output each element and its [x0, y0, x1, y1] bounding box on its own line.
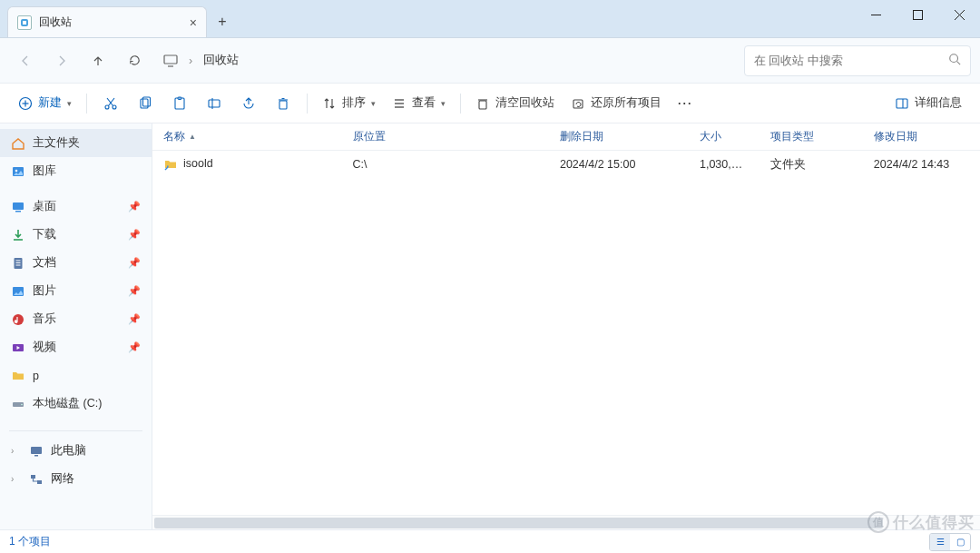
column-header-size[interactable]: 大小: [689, 123, 760, 150]
view-icons-button[interactable]: ▢: [950, 534, 970, 550]
restore-all-label: 还原所有项目: [591, 95, 662, 111]
tab-active[interactable]: 回收站 ×: [7, 6, 207, 37]
sidebar-item-label: 主文件夹: [33, 135, 80, 151]
search-icon: [948, 53, 961, 68]
restore-all-button[interactable]: 还原所有项目: [564, 89, 669, 118]
new-tab-button[interactable]: +: [207, 6, 238, 37]
plus-circle-icon: [18, 96, 33, 111]
sidebar-item-label: 桌面: [33, 199, 56, 214]
empty-bin-button[interactable]: 清空回收站: [468, 89, 562, 118]
svg-rect-30: [897, 99, 907, 108]
details-pane-button[interactable]: 详细信息: [887, 89, 969, 118]
svg-line-13: [109, 98, 115, 106]
delete-button[interactable]: [267, 89, 299, 118]
pc-icon: [29, 444, 44, 459]
sidebar-item-doc[interactable]: 文档📌: [0, 249, 152, 277]
sidebar-item-label: 音乐: [33, 311, 56, 327]
cell-modDate: 2024/4/2 14:43: [863, 158, 980, 171]
new-button[interactable]: 新建 ▾: [11, 89, 79, 118]
paste-button[interactable]: [163, 89, 196, 118]
rename-button[interactable]: [198, 89, 230, 118]
pin-icon: 📌: [128, 285, 141, 297]
recycle-bin-icon: [17, 15, 32, 30]
pin-icon: 📌: [128, 341, 141, 353]
new-label: 新建: [38, 95, 62, 111]
tab-strip: 回收站 × +: [0, 0, 238, 37]
file-rows: isooldC:\2024/4/2 15:001,030,140...文件夹20…: [152, 151, 980, 515]
svg-rect-27: [479, 101, 486, 109]
sidebar-item-desktop[interactable]: 桌面📌: [0, 193, 152, 221]
address-bar[interactable]: › 回收站: [154, 45, 740, 76]
cell-size: 1,030,140...: [689, 158, 760, 171]
share-button[interactable]: [232, 89, 265, 118]
svg-line-14: [107, 98, 113, 106]
svg-rect-1: [913, 10, 922, 19]
column-label: 名称: [163, 129, 185, 144]
column-label: 删除日期: [560, 129, 603, 144]
svg-rect-47: [31, 447, 42, 454]
close-window-button[interactable]: [938, 0, 980, 29]
home-icon: [11, 136, 25, 151]
up-button[interactable]: [82, 45, 114, 76]
svg-rect-50: [37, 480, 42, 484]
chevron-down-icon: ▾: [441, 99, 446, 108]
sidebar-item-video[interactable]: 视频📌: [0, 333, 152, 361]
sidebar-item-home[interactable]: 主文件夹: [0, 129, 152, 157]
sidebar-item-label: 视频: [33, 340, 56, 355]
column-header-origPath[interactable]: 原位置: [342, 123, 549, 150]
content-pane: 名称▲原位置删除日期大小项目类型修改日期 isooldC:\2024/4/2 1…: [152, 123, 980, 529]
column-header-type[interactable]: 项目类型: [760, 123, 863, 150]
network-icon: [29, 472, 44, 487]
tab-close-icon[interactable]: ×: [190, 15, 197, 30]
nav-bar: › 回收站: [0, 38, 980, 84]
maximize-button[interactable]: [897, 0, 938, 29]
chevron-down-icon: ▾: [371, 99, 376, 108]
horizontal-scrollbar[interactable]: [152, 515, 980, 529]
sidebar-item-drive[interactable]: 本地磁盘 (C:): [0, 390, 152, 418]
minimize-button[interactable]: [855, 0, 897, 29]
refresh-button[interactable]: [118, 45, 151, 76]
divider: [460, 94, 461, 114]
copy-button[interactable]: [129, 89, 162, 118]
svg-rect-19: [209, 100, 220, 107]
scrollbar-thumb[interactable]: [154, 518, 883, 528]
more-button[interactable]: ···: [671, 89, 700, 118]
video-icon: [11, 341, 25, 355]
sidebar-item-music[interactable]: 音乐📌: [0, 305, 152, 333]
column-header-delDate[interactable]: 删除日期: [549, 123, 689, 150]
search-box[interactable]: [744, 45, 971, 76]
sidebar-item-network[interactable]: ›网络: [0, 465, 152, 493]
table-row[interactable]: isooldC:\2024/4/2 15:001,030,140...文件夹20…: [152, 151, 980, 178]
cell-origPath: C:\: [342, 158, 549, 171]
details-pane-icon: [895, 96, 909, 111]
sidebar-item-folder[interactable]: p: [0, 361, 152, 390]
view-label: 查看: [412, 95, 436, 111]
share-icon: [241, 96, 256, 111]
titlebar: 回收站 × +: [0, 0, 980, 38]
chevron-right-icon: ›: [11, 446, 22, 456]
sidebar-item-gallery[interactable]: 图库: [0, 157, 152, 185]
back-button[interactable]: [9, 45, 42, 76]
sort-button[interactable]: 排序 ▾: [315, 89, 383, 118]
view-button[interactable]: 查看 ▾: [385, 89, 453, 118]
tab-title: 回收站: [39, 15, 72, 30]
sidebar-item-label: 网络: [51, 471, 74, 487]
sidebar-item-pc[interactable]: ›此电脑: [0, 437, 152, 465]
search-input[interactable]: [754, 54, 948, 67]
sidebar-item-download[interactable]: 下载📌: [0, 221, 152, 249]
svg-point-43: [15, 320, 17, 321]
forward-button[interactable]: [45, 45, 78, 76]
main-row: 主文件夹图库 桌面📌下载📌文档📌图片📌音乐📌视频📌p本地磁盘 (C:) ›此电脑…: [0, 123, 980, 529]
pin-icon: 📌: [128, 201, 141, 212]
sidebar-item-picture[interactable]: 图片📌: [0, 277, 152, 305]
svg-rect-21: [279, 101, 287, 109]
view-details-button[interactable]: ☰: [930, 534, 950, 550]
svg-rect-49: [31, 475, 35, 479]
pin-icon: 📌: [128, 313, 141, 325]
column-header-modDate[interactable]: 修改日期: [863, 123, 980, 150]
cut-button[interactable]: [94, 89, 127, 118]
monitor-icon: [163, 54, 178, 67]
sidebar-item-label: 文档: [33, 255, 56, 271]
sidebar-item-label: p: [33, 370, 39, 382]
column-header-name[interactable]: 名称▲: [152, 123, 342, 150]
